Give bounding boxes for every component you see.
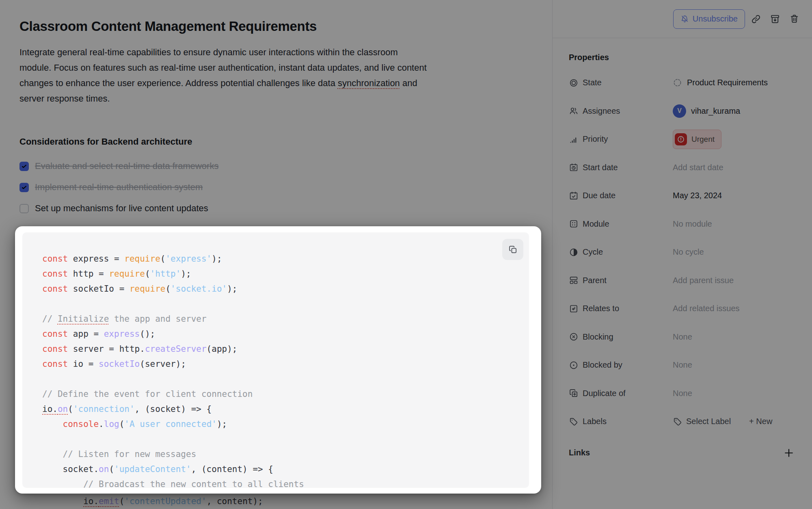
code-line: console.log('A user connected');	[42, 417, 525, 432]
code-line: // Listen for new messages	[42, 447, 525, 462]
code-block-card: const express = require('express');const…	[15, 226, 541, 494]
code-line: const express = require('express');	[42, 251, 525, 266]
code-line: io.on('connection', (socket) => {	[42, 402, 525, 417]
code-line	[42, 297, 525, 312]
code-line: const socketIo = require('socket.io');	[42, 282, 525, 297]
code-line: const io = socketIo(server);	[42, 357, 525, 372]
code-line: // Broadcast the new content to all clie…	[42, 477, 525, 488]
code-line: const http = require('http');	[42, 266, 525, 282]
code-line	[42, 372, 525, 387]
code-line: socket.on('updateContent', (content) => …	[42, 462, 525, 477]
code-body[interactable]: const express = require('express');const…	[42, 251, 525, 488]
code-line: // Initialize the app and server	[42, 312, 525, 327]
code-line: const app = express();	[42, 327, 525, 342]
code-line	[42, 432, 525, 447]
code-panel: const express = require('express');const…	[22, 232, 529, 488]
code-line: // Define the event for client connectio…	[42, 387, 525, 402]
code-line: const server = http.createServer(app);	[42, 342, 525, 357]
